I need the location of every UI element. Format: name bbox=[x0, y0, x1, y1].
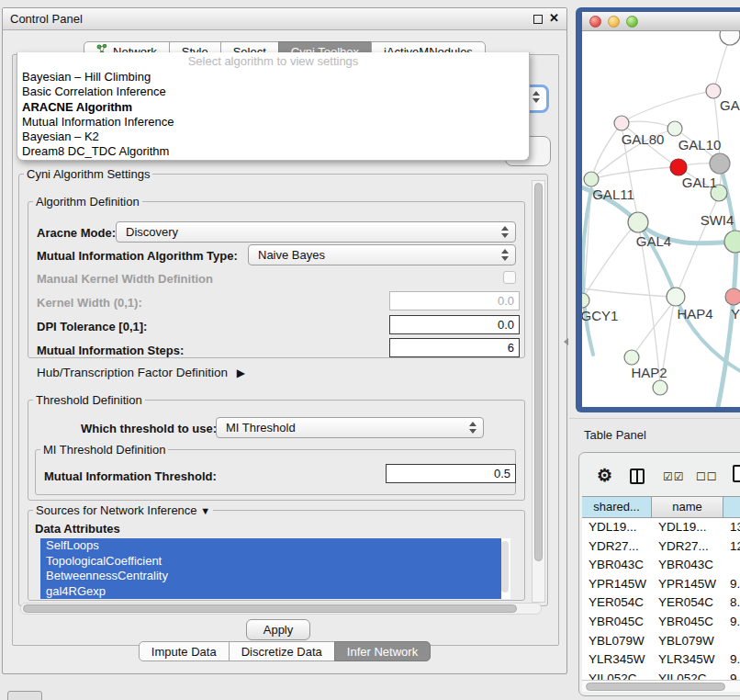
attribute-item-topologicalcoefficient[interactable]: TopologicalCoefficient bbox=[40, 554, 501, 570]
attribute-item-selfloops[interactable]: SelfLoops bbox=[40, 538, 501, 554]
settings-vertical-scrollbar[interactable] bbox=[532, 180, 545, 603]
node-y[interactable] bbox=[725, 288, 740, 305]
tab-infer-network[interactable]: Infer Network bbox=[334, 641, 431, 661]
node-gal-cut[interactable] bbox=[706, 84, 721, 98]
list-scrollbar-thumb[interactable] bbox=[501, 541, 509, 593]
apply-button[interactable]: Apply bbox=[246, 619, 310, 640]
node-gal11[interactable] bbox=[584, 172, 599, 186]
node-hap4[interactable] bbox=[667, 288, 685, 306]
panel-splitter-arrow[interactable] bbox=[564, 338, 568, 345]
table-row[interactable]: YDL19...YDL19...13 bbox=[582, 518, 740, 537]
mi-steps-field[interactable]: 6 bbox=[389, 338, 520, 357]
close-traffic-light[interactable] bbox=[589, 16, 601, 28]
settings-horizontal-scrollbar[interactable] bbox=[20, 603, 542, 615]
table-row[interactable]: YBR045CYBR045C9. bbox=[582, 613, 740, 632]
algorithm-option-bayesian-hill-climbing[interactable]: Bayesian – Hill Climbing bbox=[17, 70, 529, 85]
spinner-arrows-icon bbox=[469, 422, 477, 434]
table-cell: YBR043C bbox=[652, 556, 723, 575]
table-cell: YLR345W bbox=[652, 650, 723, 670]
scrollbar-thumb[interactable] bbox=[586, 683, 725, 691]
mi-threshold-field[interactable]: 0.5 bbox=[386, 464, 516, 483]
node-top-arc[interactable] bbox=[720, 31, 740, 45]
table-row[interactable]: YBR043CYBR043C bbox=[582, 556, 740, 575]
node-gal10[interactable] bbox=[667, 121, 682, 136]
sources-title: Sources for Network Inference bbox=[36, 503, 197, 517]
threshold-definition-legend: Threshold Definition bbox=[33, 393, 145, 407]
collapse-arrow-icon[interactable]: ▼ bbox=[200, 505, 210, 516]
float-window-icon[interactable] bbox=[533, 15, 543, 24]
tab-impute-data[interactable]: Impute Data bbox=[139, 641, 230, 661]
node-gal80[interactable] bbox=[614, 116, 629, 130]
which-threshold-label: Which threshold to use: bbox=[81, 422, 217, 435]
control-panel-titlebar[interactable]: Control Panel ✕ bbox=[3, 8, 566, 30]
node-label-gal10: GAL10 bbox=[678, 137, 722, 152]
which-threshold-select[interactable]: MI Threshold bbox=[216, 417, 484, 438]
table-row[interactable]: YBL079WYBL079W bbox=[582, 632, 740, 651]
node-bottom[interactable] bbox=[653, 380, 667, 395]
hub-definition-label: Hub/Transcription Factor Definition bbox=[37, 366, 228, 379]
manual-kernel-width-checkbox[interactable] bbox=[503, 271, 516, 284]
node-gray[interactable] bbox=[710, 153, 730, 174]
dpi-tolerance-label: DPI Tolerance [0,1]: bbox=[37, 320, 147, 333]
table-cell: YIL052C bbox=[582, 670, 652, 680]
tab-discretize-data[interactable]: Discretize Data bbox=[229, 641, 335, 661]
algorithm-option-dream8-dc-tdc-algorithm[interactable]: Dream8 DC_TDC Algorithm bbox=[17, 144, 529, 159]
bottom-left-partial-button[interactable] bbox=[7, 691, 42, 700]
zoom-traffic-light[interactable] bbox=[626, 16, 638, 28]
mi-algorithm-type-value: Naive Bayes bbox=[258, 248, 325, 262]
table-cell: YIL052C bbox=[652, 670, 723, 680]
attribute-item-betweennesscentrality[interactable]: BetweennessCentrality bbox=[40, 569, 501, 584]
algorithm-option-basic-correlation-inference[interactable]: Basic Correlation Inference bbox=[17, 85, 529, 99]
dpi-tolerance-field[interactable]: 0.0 bbox=[389, 315, 520, 334]
data-attributes-list[interactable]: SelfLoopsTopologicalCoefficientBetweenne… bbox=[40, 538, 510, 599]
hub-definition-toggle[interactable]: Hub/Transcription Factor Definition ▶ bbox=[37, 366, 245, 379]
sources-legend[interactable]: Sources for Network Inference ▼ bbox=[33, 503, 213, 517]
table-row[interactable]: YLR345WYLR345W9. bbox=[582, 650, 740, 670]
node-label-gal4: GAL4 bbox=[636, 233, 671, 249]
node-swi4[interactable] bbox=[724, 231, 740, 253]
close-icon[interactable]: ✕ bbox=[549, 11, 559, 25]
node-label-gal11: GAL11 bbox=[592, 186, 634, 202]
node-label-y: Y bbox=[731, 306, 740, 322]
document-icon[interactable] bbox=[733, 465, 740, 482]
aracne-mode-select[interactable]: Discovery bbox=[116, 221, 516, 243]
algorithm-option-bayesian-k2[interactable]: Bayesian – K2 bbox=[17, 130, 529, 144]
node-label-hap4: HAP4 bbox=[677, 306, 712, 322]
node-label-hap2: HAP2 bbox=[631, 365, 667, 380]
table-row[interactable]: YPR145WYPR145W9. bbox=[582, 575, 740, 594]
node-gal4[interactable] bbox=[628, 212, 648, 232]
table-body[interactable]: YDL19...YDL19...13YDR27...YDR27...12YBR0… bbox=[582, 518, 740, 680]
network-graph[interactable]: GALGAL80GAL10GAL1GAL11SWI4GAL4GCY1HAP4YH… bbox=[582, 31, 740, 407]
table-row[interactable]: YDR27...YDR27...12 bbox=[582, 537, 740, 557]
column-header-shared[interactable]: shared... bbox=[582, 496, 652, 518]
table-row[interactable]: YIL052CYIL052C9. bbox=[582, 670, 740, 680]
checked-pair-icon[interactable]: ☑☑ bbox=[663, 470, 685, 483]
spinner-arrows-icon bbox=[501, 226, 509, 238]
algorithm-list: Bayesian – Hill ClimbingBasic Correlatio… bbox=[17, 70, 529, 160]
attribute-item-gal4rgexp[interactable]: gal4RGexp bbox=[40, 584, 501, 600]
column-header-name[interactable]: name bbox=[652, 496, 723, 518]
node-hap2[interactable] bbox=[624, 350, 639, 365]
algorithm-option-mutual-information-inference[interactable]: Mutual Information Inference bbox=[17, 115, 529, 130]
split-columns-icon[interactable] bbox=[630, 469, 645, 484]
table-cell: 9. bbox=[723, 575, 740, 594]
mi-algorithm-type-select[interactable]: Naive Bayes bbox=[248, 244, 516, 265]
table-horizontal-scrollbar[interactable] bbox=[582, 680, 740, 692]
node-label-gal80: GAL80 bbox=[622, 131, 665, 147]
node-label-swi4: SWI4 bbox=[701, 212, 734, 228]
network-window-titlebar[interactable] bbox=[582, 12, 740, 31]
expand-arrow-icon[interactable]: ▶ bbox=[237, 367, 245, 379]
column-header-extra[interactable] bbox=[723, 496, 740, 518]
unchecked-pair-icon[interactable]: ☐☐ bbox=[696, 470, 718, 483]
network-edge-strong bbox=[583, 189, 594, 355]
scrollbar-thumb[interactable] bbox=[23, 604, 517, 613]
node-red[interactable] bbox=[670, 159, 687, 175]
algorithm-option-aracne-algorithm[interactable]: ARACNE Algorithm bbox=[17, 100, 529, 115]
minimize-traffic-light[interactable] bbox=[608, 16, 620, 28]
node-gcy1[interactable] bbox=[582, 293, 589, 308]
gear-icon[interactable]: ⚙ bbox=[597, 465, 612, 486]
scrollbar-thumb[interactable] bbox=[534, 183, 543, 561]
table-cell: YER054C bbox=[652, 593, 723, 613]
network-canvas[interactable]: GALGAL80GAL10GAL1GAL11SWI4GAL4GCY1HAP4YH… bbox=[582, 31, 740, 407]
table-row[interactable]: YER054CYER054C8. bbox=[582, 593, 740, 613]
